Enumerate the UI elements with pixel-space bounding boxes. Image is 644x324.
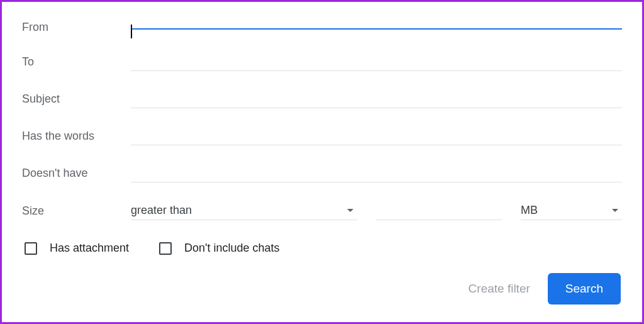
subject-input[interactable] — [131, 90, 622, 108]
chevron-down-icon — [612, 209, 618, 212]
footer-actions: Create filter Search — [469, 273, 621, 304]
text-cursor-icon — [131, 25, 132, 38]
create-filter-button[interactable]: Create filter — [469, 282, 530, 296]
to-input[interactable] — [131, 53, 622, 71]
doesnt-have-input[interactable] — [131, 164, 622, 182]
subject-row: Subject — [22, 90, 622, 108]
from-label: From — [22, 21, 131, 34]
search-filter-panel: From To Subject Has the words Doesn't ha… — [0, 0, 644, 324]
has-attachment-group: Has attachment — [25, 242, 129, 255]
size-value-input[interactable] — [376, 202, 502, 220]
to-row: To — [22, 53, 622, 71]
has-words-row: Has the words — [22, 127, 622, 145]
doesnt-have-label: Doesn't have — [22, 167, 131, 180]
dont-include-chats-label: Don't include chats — [184, 242, 280, 255]
has-words-input[interactable] — [131, 127, 622, 145]
from-input[interactable] — [131, 26, 622, 30]
search-button[interactable]: Search — [548, 273, 621, 304]
size-comparator-dropdown[interactable]: greater than — [131, 201, 357, 220]
dont-include-chats-group: Don't include chats — [159, 242, 280, 255]
subject-label: Subject — [22, 92, 131, 106]
from-row: From — [22, 21, 622, 34]
size-unit-value: MB — [521, 204, 538, 217]
size-row: Size greater than MB — [22, 201, 622, 220]
checkbox-row: Has attachment Don't include chats — [22, 242, 622, 255]
has-words-label: Has the words — [22, 130, 131, 143]
dont-include-chats-checkbox[interactable] — [159, 242, 172, 255]
to-label: To — [22, 55, 131, 69]
size-label: Size — [22, 204, 131, 218]
doesnt-have-row: Doesn't have — [22, 164, 622, 182]
has-attachment-checkbox[interactable] — [25, 242, 37, 255]
chevron-down-icon — [347, 209, 353, 212]
has-attachment-label: Has attachment — [50, 242, 129, 255]
size-comparator-value: greater than — [131, 204, 192, 217]
size-unit-dropdown[interactable]: MB — [521, 201, 622, 220]
